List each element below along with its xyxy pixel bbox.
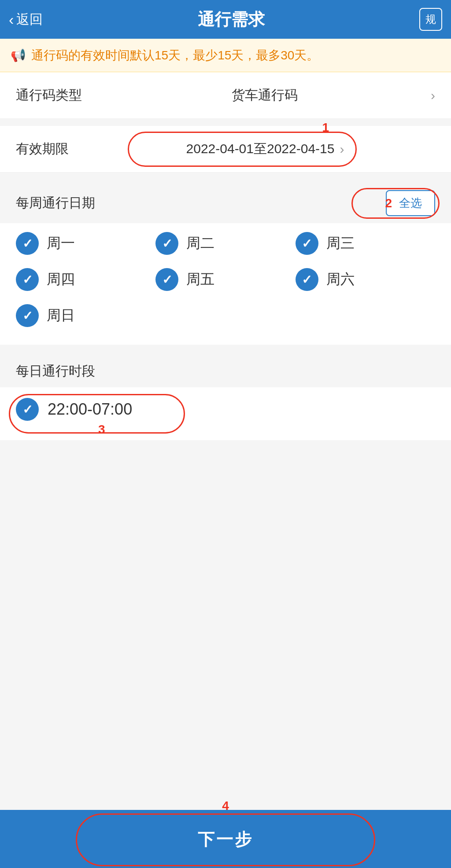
weekly-label: 每周通行日期 — [16, 194, 95, 212]
check-icon-saturday: ✓ — [302, 272, 312, 287]
bottom-area: 4 下一步 — [0, 810, 451, 868]
day-item-tuesday[interactable]: ✓ 周二 — [155, 232, 295, 255]
day-label-sunday: 周日 — [47, 306, 75, 325]
days-grid: ✓ 周一 ✓ 周二 ✓ 周三 ✓ 周 — [0, 223, 451, 345]
time-slots-area: ✓ 22:00-07:00 3 — [0, 387, 451, 440]
check-icon-wednesday: ✓ — [302, 236, 312, 251]
notice-bar: 📢 通行码的有效时间默认15天，最少15天，最多30天。 — [0, 39, 451, 72]
day-label-saturday: 周六 — [326, 270, 355, 289]
next-step-button[interactable]: 下一步 — [18, 819, 433, 861]
back-button[interactable]: ‹ 返回 — [9, 11, 43, 29]
checkbox-sunday[interactable]: ✓ — [16, 304, 39, 327]
divider-3 — [0, 345, 451, 352]
day-item-saturday[interactable]: ✓ 周六 — [296, 268, 435, 291]
time-slot-text: 22:00-07:00 — [48, 400, 132, 419]
speaker-icon: 📢 — [11, 48, 26, 63]
daily-section-header: 每日通行时段 — [0, 352, 451, 387]
checkbox-wednesday[interactable]: ✓ — [296, 232, 318, 255]
divider-2 — [0, 173, 451, 180]
checkbox-time-slot[interactable]: ✓ — [16, 398, 39, 421]
pass-type-value: 货车通行码 — [104, 86, 425, 104]
checkbox-friday[interactable]: ✓ — [155, 268, 178, 291]
rules-icon-label: 规 — [425, 12, 436, 26]
days-row-1: ✓ 周一 ✓ 周二 ✓ 周三 — [16, 232, 435, 255]
daily-time-label: 每日通行时段 — [16, 364, 95, 378]
day-item-thursday[interactable]: ✓ 周四 — [16, 268, 155, 291]
content-spacer — [0, 440, 451, 748]
time-slot-item[interactable]: ✓ 22:00-07:00 — [16, 398, 435, 421]
day-label-wednesday: 周三 — [326, 234, 355, 253]
validity-value-wrapper: 2022-04-01至2022-04-15 › 1 — [95, 140, 435, 158]
day-label-thursday: 周四 — [47, 270, 75, 289]
day-item-monday[interactable]: ✓ 周一 — [16, 232, 155, 255]
checkbox-thursday[interactable]: ✓ — [16, 268, 39, 291]
validity-row[interactable]: 有效期限 2022-04-01至2022-04-15 › 1 — [0, 126, 451, 173]
check-icon-tuesday: ✓ — [162, 236, 172, 251]
weekly-header: 每周通行日期 2 全选 — [0, 180, 451, 223]
day-item-friday[interactable]: ✓ 周五 — [155, 268, 295, 291]
check-icon-monday: ✓ — [22, 236, 33, 251]
check-icon-thursday: ✓ — [22, 272, 33, 287]
pass-type-row[interactable]: 通行码类型 货车通行码 › — [0, 72, 451, 119]
day-label-monday: 周一 — [47, 234, 75, 253]
weekly-header-right: 2 全选 — [386, 190, 435, 216]
checkbox-tuesday[interactable]: ✓ — [155, 232, 178, 255]
check-icon-sunday: ✓ — [22, 309, 33, 323]
rules-icon-button[interactable]: 规 — [419, 8, 442, 31]
day-label-tuesday: 周二 — [186, 234, 214, 253]
validity-label: 有效期限 — [16, 140, 95, 158]
header: ‹ 返回 通行需求 规 — [0, 0, 451, 39]
check-icon-time-slot: ✓ — [22, 402, 33, 417]
day-item-wednesday[interactable]: ✓ 周三 — [296, 232, 435, 255]
back-label: 返回 — [16, 11, 43, 29]
checkbox-saturday[interactable]: ✓ — [296, 268, 318, 291]
chevron-left-icon: ‹ — [9, 11, 14, 28]
day-label-friday: 周五 — [186, 270, 214, 289]
checkbox-monday[interactable]: ✓ — [16, 232, 39, 255]
validity-arrow-icon: › — [340, 142, 344, 157]
pass-type-label: 通行码类型 — [16, 86, 104, 104]
check-icon-friday: ✓ — [162, 272, 172, 287]
days-row-3: ✓ 周日 — [16, 304, 435, 327]
day-item-sunday[interactable]: ✓ 周日 — [16, 304, 155, 327]
annotation-num-3: 3 — [98, 423, 105, 437]
days-row-2: ✓ 周四 ✓ 周五 ✓ 周六 — [16, 268, 435, 291]
divider-1 — [0, 119, 451, 126]
notice-text: 通行码的有效时间默认15天，最少15天，最多30天。 — [31, 47, 319, 64]
pass-type-arrow-icon: › — [431, 88, 435, 103]
page-title: 通行需求 — [198, 8, 265, 31]
select-all-button[interactable]: 全选 — [386, 190, 435, 216]
validity-value: 2022-04-01至2022-04-15 — [186, 140, 335, 158]
